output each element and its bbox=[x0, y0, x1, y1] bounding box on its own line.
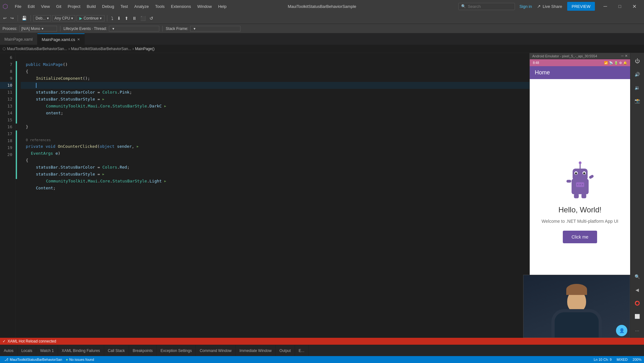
debug-restart[interactable]: ↺ bbox=[148, 15, 155, 21]
sign-in-link[interactable]: Sign in bbox=[519, 4, 532, 9]
zoom-in-icon[interactable]: 🔍 bbox=[632, 271, 643, 282]
bottom-tab-callstack[interactable]: Call Stack bbox=[104, 345, 129, 356]
stack-frame-dropdown[interactable]: ▾ bbox=[190, 26, 240, 32]
bottom-tab-output[interactable]: Output bbox=[276, 345, 295, 356]
emulator-titlebar: Android Emulator - pixel_5_-_api_30:5554… bbox=[530, 53, 630, 59]
continue-button[interactable]: ▶Continue▾ bbox=[76, 15, 105, 21]
code-line-19b: CommunityToolkit.Maui.Core.StatusBarStyl… bbox=[21, 178, 529, 185]
menu-test[interactable]: Test bbox=[117, 3, 131, 10]
arrow-indicator5: ▶ bbox=[164, 178, 166, 185]
tab-mainpage-xaml-cs[interactable]: MainPage.xaml.cs ✕ bbox=[37, 33, 85, 45]
search-input[interactable] bbox=[468, 4, 506, 9]
breadcrumb-part2[interactable]: MauiToolkitStatusBarBehaviorSan... bbox=[71, 47, 131, 51]
code-line-8: { bbox=[21, 68, 529, 75]
menu-project[interactable]: Project bbox=[65, 3, 83, 10]
close-button[interactable]: ✕ bbox=[627, 0, 641, 13]
menu-edit[interactable]: Edit bbox=[25, 3, 38, 10]
click-me-button[interactable]: Click me bbox=[563, 231, 597, 243]
menu-window[interactable]: Window bbox=[194, 3, 215, 10]
menu-help[interactable]: Help bbox=[215, 3, 230, 10]
preview-button[interactable]: PREVIEW bbox=[567, 2, 595, 11]
bottom-tab-exception[interactable]: Exception Settings bbox=[157, 345, 196, 356]
tab-close-icon[interactable]: ✕ bbox=[77, 37, 80, 42]
emulator-close[interactable]: ✕ bbox=[625, 54, 628, 58]
menu-tools[interactable]: Tools bbox=[152, 3, 168, 10]
debug-stop[interactable]: ⬛ bbox=[139, 15, 147, 21]
svg-point-7 bbox=[579, 161, 581, 164]
menu-git[interactable]: Git bbox=[53, 3, 65, 10]
svg-rect-10 bbox=[574, 193, 579, 198]
menu-build[interactable]: Build bbox=[83, 3, 99, 10]
bottom-tabs-bar: Autos Locals Watch 1 XAML Binding Failur… bbox=[0, 345, 644, 356]
svg-point-15 bbox=[582, 184, 583, 185]
platform-dropdown[interactable]: Any CPU▾ bbox=[52, 15, 75, 21]
code-content[interactable]: public MainPage() { InitializeComponent(… bbox=[17, 53, 529, 338]
menu-analyze[interactable]: Analyze bbox=[131, 3, 152, 10]
debug-step-in[interactable]: ⬇ bbox=[116, 15, 122, 21]
breadcrumb-part1[interactable]: MauiToolkitStatusBarBehaviorSan... bbox=[7, 47, 67, 51]
bottom-tab-more[interactable]: E... bbox=[295, 345, 308, 356]
bottom-tab-xaml-binding[interactable]: XAML Binding Failures bbox=[58, 345, 104, 356]
bottom-tab-autos[interactable]: Autos bbox=[0, 345, 18, 356]
arrow-left-icon[interactable]: ◀ bbox=[632, 284, 643, 296]
volume-down-icon[interactable]: 🔉 bbox=[632, 82, 643, 93]
title-bar: ⬡ File Edit View Git Project Build Debug… bbox=[0, 0, 644, 13]
code-line-20: Content; bbox=[21, 185, 529, 192]
redo-icon[interactable]: ↪ bbox=[9, 15, 15, 21]
circle-icon[interactable]: ⭕ bbox=[632, 297, 643, 309]
stack-frame-label: Stack Frame: bbox=[166, 26, 188, 31]
minimize-button[interactable]: ─ bbox=[598, 0, 613, 13]
code-line-12b: CommunityToolkit.Maui.Core.StatusBarStyl… bbox=[21, 103, 529, 110]
svg-point-5 bbox=[583, 172, 585, 175]
code-line-14: } bbox=[21, 124, 529, 130]
maximize-button[interactable]: □ bbox=[613, 0, 627, 13]
lifecycle-dropdown[interactable]: ▾ bbox=[109, 26, 159, 32]
bottom-tab-command[interactable]: Command Window bbox=[196, 345, 235, 356]
menu-extensions[interactable]: Extensions bbox=[168, 3, 194, 10]
debug-config-dropdown[interactable]: Deb...▾ bbox=[33, 15, 51, 21]
bottom-tab-locals[interactable]: Locals bbox=[18, 345, 37, 356]
breadcrumb-sep2: › bbox=[133, 47, 134, 51]
process-dropdown[interactable]: [N/A] Mono▾ bbox=[19, 26, 57, 32]
menu-bar: File Edit View Git Project Build Debug T… bbox=[12, 3, 230, 10]
menu-debug[interactable]: Debug bbox=[99, 3, 117, 10]
square-icon[interactable]: ⬜ bbox=[632, 311, 643, 322]
status-right: Ln 10 Ch: 9 MIXED 200% bbox=[594, 358, 641, 361]
editor-pane[interactable]: 6 7 8 9 10 11 12 13 14 15 16 17 18 19 20 bbox=[0, 53, 529, 338]
menu-file[interactable]: File bbox=[12, 3, 25, 10]
debug-step-out[interactable]: ⬆ bbox=[123, 15, 130, 21]
live-share-section[interactable]: ↗ Live Share bbox=[534, 0, 565, 13]
breadcrumb-part3[interactable]: MainPage() bbox=[135, 47, 155, 51]
code-line-9: InitializeComponent(); bbox=[21, 75, 529, 82]
volume-up-icon[interactable]: 🔊 bbox=[632, 69, 643, 80]
code-line-6 bbox=[21, 54, 529, 61]
power-icon[interactable]: ⏻ bbox=[632, 55, 643, 67]
bottom-tab-immediate[interactable]: Immediate Window bbox=[236, 345, 276, 356]
save-icon[interactable]: 💾 bbox=[20, 15, 28, 21]
webcam-person: 👤 bbox=[523, 275, 630, 337]
status-bar: ⎇ MauiToolkitStatusBarBehaviorSan ● No i… bbox=[0, 356, 644, 363]
tab-mainpage-xaml[interactable]: MainPage.xaml bbox=[0, 33, 37, 45]
git-branch[interactable]: ⎇ MauiToolkitStatusBarBehaviorSan bbox=[3, 358, 64, 362]
menu-view[interactable]: View bbox=[38, 3, 53, 10]
camera-icon[interactable]: 📸 bbox=[632, 95, 643, 107]
debug-pause[interactable]: ⏸ bbox=[131, 15, 138, 21]
issues-indicator[interactable]: ● No issues found bbox=[64, 358, 96, 361]
search-icon: 🔍 bbox=[461, 4, 466, 9]
lifecycle-label: Lifecycle Events · Thread: bbox=[64, 26, 107, 31]
subtitle-text: Welcome to .NET Multi-platform App UI bbox=[542, 219, 619, 224]
code-line-11: statusBar.StatusBarColor = Colors.Pink; bbox=[21, 89, 529, 96]
webcam-overlay: 👤 bbox=[523, 275, 630, 338]
undo-icon[interactable]: ↩ bbox=[2, 15, 8, 21]
emulator-minimize[interactable]: ─ bbox=[621, 54, 624, 58]
emulator-device-status: 8:48 📶 📡 🔋 ⚙ 🔔 bbox=[530, 59, 630, 66]
bottom-tab-breakpoints[interactable]: Breakpoints bbox=[129, 345, 157, 356]
svg-point-14 bbox=[579, 184, 580, 185]
line-col: Ln 10 Ch: 9 bbox=[594, 358, 612, 361]
debug-step-over[interactable]: ⤵ bbox=[110, 15, 115, 21]
more-icon[interactable]: … bbox=[632, 324, 643, 335]
bottom-tab-watch1[interactable]: Watch 1 bbox=[36, 345, 58, 356]
editor-tabs: MainPage.xaml MainPage.xaml.cs ✕ bbox=[0, 33, 644, 45]
code-line-19: statusBar.StatusBarStyle = ▶ bbox=[21, 171, 529, 178]
search-box[interactable]: 🔍 bbox=[458, 3, 515, 10]
